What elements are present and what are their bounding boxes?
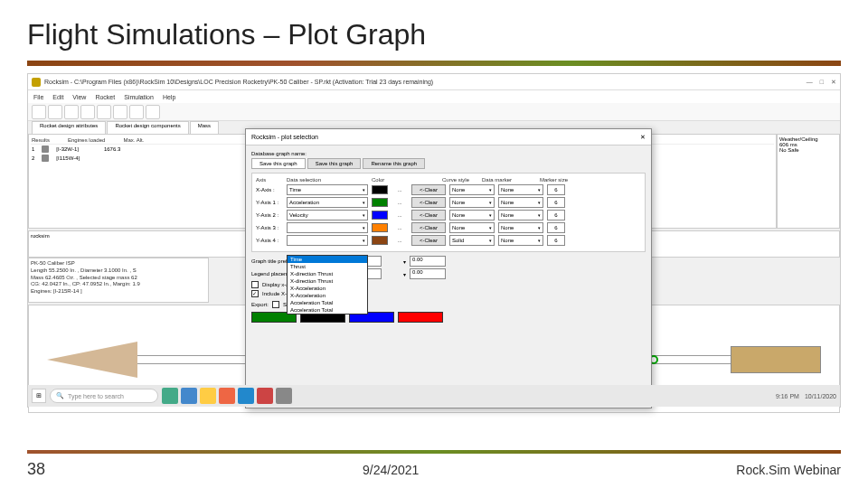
menu-simulation[interactable]: Simulation [124,94,154,100]
toolbar-btn[interactable] [146,105,160,119]
export-label: Export: [251,302,269,307]
more-icon[interactable]: ... [392,238,408,243]
data-selection-dropdown[interactable] [287,235,368,246]
menu-rocket[interactable]: Rocket [95,94,115,100]
task-icon[interactable] [200,388,216,404]
marker-size-input[interactable]: 6 [547,184,565,195]
checkbox-screenshot[interactable] [272,301,279,308]
axis-grid: Axis Data selection Color Curve style Da… [251,173,646,252]
task-icon[interactable] [238,388,254,404]
tab-mass[interactable]: Mass [190,121,219,134]
clear-button[interactable]: <-Clear [411,222,446,233]
menubar[interactable]: File Edit View Rocket Simulation Help [28,90,840,103]
dialog-tabs[interactable]: Save this graph Save this graph Rename t… [251,158,646,169]
hdr-data: Data selection [287,177,368,183]
marker-dropdown[interactable]: None [498,184,543,195]
curve-style-dropdown[interactable]: None [449,197,495,208]
dropdown-option[interactable]: Acceleration Total [288,299,367,306]
dropdown-option[interactable]: Thrust [288,263,367,270]
tab-components[interactable]: Rocket design components [107,121,188,134]
marker-size-input[interactable]: 6 [547,222,565,233]
checkbox-divisions[interactable] [251,281,259,288]
marker-size-input[interactable]: 6 [547,210,565,221]
dropdown-option[interactable]: X-direction Thrust [288,277,367,285]
app-icon [32,78,41,87]
toolbar-btn[interactable] [48,105,62,119]
data-selection-dropdown[interactable]: Time [287,184,368,195]
dropdown-option[interactable]: Time [288,256,367,263]
toolbar-btn[interactable] [129,105,144,119]
curve-style-dropdown[interactable]: None [449,222,495,233]
taskbar[interactable]: ⊞ 🔍 Type here to search 9:16 PM 10/11/20… [28,385,840,407]
hdr-marker: Data marker [482,177,536,183]
marker-size-input[interactable]: 6 [547,235,565,246]
toolbar-btn[interactable] [80,105,95,119]
start-button[interactable]: ⊞ [32,389,46,403]
more-icon[interactable]: ... [392,187,408,192]
data-selection-dropdown-open[interactable]: TimeThrustX-direction ThrustX-direction … [287,255,368,314]
task-icon[interactable] [219,388,235,404]
task-icon[interactable] [257,388,273,404]
more-icon[interactable]: ... [392,200,408,205]
taskbar-search[interactable]: 🔍 Type here to search [50,389,158,403]
dtab-rename[interactable]: Rename this graph [363,158,425,169]
dropdown-option[interactable]: X-Acceleration [288,292,367,299]
task-icon[interactable] [181,388,197,404]
color-swatch[interactable] [372,185,388,194]
data-selection-dropdown[interactable]: Velocity [287,210,368,221]
engine-cell: [I115W-4] [56,155,80,161]
dropdown-option[interactable]: Acceleration Total [288,306,367,314]
color-swatch[interactable] [372,198,388,207]
window-controls[interactable]: — □ ✕ [807,79,836,86]
minimize-icon[interactable]: — [807,79,813,86]
more-icon[interactable]: ... [392,225,408,230]
checkbox-markers[interactable] [251,290,259,297]
marker-dropdown[interactable]: None [498,197,543,208]
extra-input[interactable]: 0.00 [410,256,446,267]
menu-view[interactable]: View [72,94,86,100]
task-icon[interactable] [276,388,292,404]
toolbar[interactable] [28,103,840,121]
dtab-save2[interactable]: Save this graph [307,158,362,169]
dialog-close-icon[interactable]: ✕ [640,134,646,141]
marker-dropdown[interactable]: None [498,235,543,246]
color-swatch[interactable] [372,223,388,232]
marker-size-input[interactable]: 6 [547,197,565,208]
dialog-titlebar: Rocksim - plot selection ✕ [246,129,651,145]
toolbar-btn[interactable] [97,105,111,119]
clear-button[interactable]: <-Clear [411,235,446,246]
curve-style-dropdown[interactable]: None [449,184,495,195]
toolbar-btn[interactable] [64,105,79,119]
marker-dropdown[interactable]: None [498,210,543,221]
clear-button[interactable]: <-Clear [411,197,446,208]
dtab-save[interactable]: Save this graph [251,158,306,169]
curve-style-dropdown[interactable]: Solid [449,235,495,246]
extra-input2[interactable]: 0.00 [410,268,446,279]
data-selection-dropdown[interactable] [287,222,368,233]
clear-button[interactable]: <-Clear [411,210,446,221]
menu-edit[interactable]: Edit [52,94,63,100]
toolbar-btn[interactable] [32,105,46,119]
close-icon[interactable]: ✕ [831,79,836,86]
color-swatch[interactable] [372,211,388,220]
more-icon[interactable]: ... [392,212,408,218]
toolbar-btn[interactable] [113,105,127,119]
dropdown-option[interactable]: X-Acceleration [288,285,367,292]
task-icon[interactable] [162,388,178,404]
axis-label: Y-Axis 4 : [256,238,283,243]
color-swatch[interactable] [372,236,388,245]
tree-root[interactable]: rocksim [31,233,50,239]
menu-help[interactable]: Help [163,94,175,100]
tab-attributes[interactable]: Rocket design attributes [32,121,106,134]
info-line: Mass 62.4605 Oz. , Selected stage mass 6… [31,275,206,282]
data-selection-dropdown[interactable]: Acceleration [287,197,368,208]
clear-button[interactable]: <-Clear [411,184,446,195]
system-tray[interactable]: 9:16 PM 10/11/2020 [776,393,836,399]
search-icon: 🔍 [56,392,64,399]
marker-dropdown[interactable]: None [498,222,543,233]
hdr-color: Color [372,177,399,183]
maximize-icon[interactable]: □ [820,79,824,86]
menu-file[interactable]: File [33,94,43,100]
dropdown-option[interactable]: X-direction Thrust [288,270,367,277]
curve-style-dropdown[interactable]: None [449,210,495,221]
